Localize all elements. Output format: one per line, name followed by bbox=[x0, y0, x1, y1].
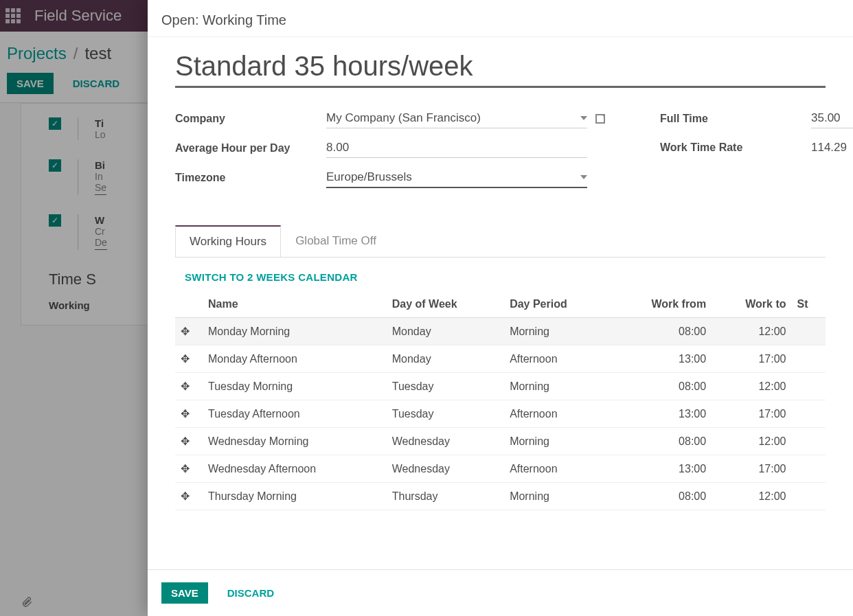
cell-st bbox=[792, 373, 826, 400]
cell-to: 12:00 bbox=[712, 373, 791, 400]
cell-day: Monday bbox=[387, 318, 504, 345]
timezone-select[interactable]: Europe/Brussels bbox=[326, 168, 587, 188]
table-row[interactable]: ✥Monday MorningMondayMorning08:0012:00 bbox=[175, 318, 826, 345]
cell-day: Tuesday bbox=[387, 373, 504, 400]
full-time-input[interactable]: 35.00 bbox=[811, 109, 853, 128]
cell-from: 08:00 bbox=[610, 318, 712, 345]
cell-day: Wednesday bbox=[387, 455, 504, 483]
cell-period: Afternoon bbox=[504, 345, 610, 373]
cell-day: Thursday bbox=[387, 483, 504, 510]
drag-handle-icon[interactable]: ✥ bbox=[175, 455, 203, 483]
cell-period: Morning bbox=[504, 483, 610, 510]
cell-from: 13:00 bbox=[610, 455, 712, 483]
modal-discard-button[interactable]: DISCARD bbox=[218, 582, 284, 604]
avg-hours-input[interactable]: 8.00 bbox=[326, 138, 587, 158]
cell-day: Wednesday bbox=[387, 428, 504, 455]
cell-period: Morning bbox=[504, 373, 610, 400]
cell-to: 12:00 bbox=[712, 318, 791, 345]
cell-day: Tuesday bbox=[387, 400, 504, 428]
table-row[interactable]: ✥Wednesday AfternoonWednesdayAfternoon13… bbox=[175, 455, 826, 483]
switch-calendar-link[interactable]: SWITCH TO 2 WEEKS CALENDAR bbox=[175, 271, 826, 283]
col-st[interactable]: St bbox=[792, 291, 826, 318]
cell-name: Monday Morning bbox=[203, 318, 387, 345]
tab-global-time-off[interactable]: Global Time Off bbox=[281, 225, 391, 257]
col-day[interactable]: Day of Week bbox=[387, 291, 504, 318]
cell-period: Morning bbox=[504, 428, 610, 455]
cell-day: Monday bbox=[387, 345, 504, 373]
cell-from: 08:00 bbox=[610, 373, 712, 400]
drag-handle-icon[interactable]: ✥ bbox=[175, 400, 203, 428]
label-work-rate: Work Time Rate bbox=[660, 141, 811, 154]
label-company: Company bbox=[175, 113, 326, 125]
col-from[interactable]: Work from bbox=[610, 291, 712, 318]
cell-name: Tuesday Morning bbox=[203, 373, 387, 400]
timezone-value: Europe/Brussels bbox=[326, 170, 412, 184]
avg-hours-value: 8.00 bbox=[326, 141, 349, 155]
table-row[interactable]: ✥Wednesday MorningWednesdayMorning08:001… bbox=[175, 428, 826, 455]
cell-period: Afternoon bbox=[504, 455, 610, 483]
table-row[interactable]: ✥Monday AfternoonMondayAfternoon13:0017:… bbox=[175, 345, 826, 373]
cell-st bbox=[792, 345, 826, 373]
cell-name: Monday Afternoon bbox=[203, 345, 387, 373]
modal-breadcrumb: Open: Working Time bbox=[148, 0, 853, 37]
tabs: Working Hours Global Time Off bbox=[175, 225, 826, 258]
full-time-value: 35.00 bbox=[811, 111, 841, 125]
company-select[interactable]: My Company (San Francisco) bbox=[326, 109, 587, 128]
cell-name: Tuesday Afternoon bbox=[203, 400, 387, 428]
cell-to: 17:00 bbox=[712, 400, 791, 428]
work-rate-value: 114.29 bbox=[811, 138, 852, 157]
label-full-time: Full Time bbox=[660, 113, 811, 125]
label-timezone: Timezone bbox=[175, 172, 326, 184]
cell-from: 08:00 bbox=[610, 428, 712, 455]
col-period[interactable]: Day Period bbox=[504, 291, 610, 318]
modal-body: Standard 35 hours/week Company My Compan… bbox=[148, 37, 853, 569]
cell-name: Wednesday Afternoon bbox=[203, 455, 387, 483]
cell-period: Afternoon bbox=[504, 400, 610, 428]
col-to[interactable]: Work to bbox=[712, 291, 791, 318]
chevron-down-icon bbox=[580, 175, 587, 179]
table-row[interactable]: ✥Tuesday AfternoonTuesdayAfternoon13:001… bbox=[175, 400, 826, 428]
cell-period: Morning bbox=[504, 318, 610, 345]
table-row[interactable]: ✥Tuesday MorningTuesdayMorning08:0012:00 bbox=[175, 373, 826, 400]
working-hours-table: Name Day of Week Day Period Work from Wo… bbox=[175, 291, 826, 510]
chevron-down-icon bbox=[580, 116, 587, 120]
drag-handle-icon[interactable]: ✥ bbox=[175, 345, 203, 373]
cell-st bbox=[792, 400, 826, 428]
cell-st bbox=[792, 318, 826, 345]
cell-from: 08:00 bbox=[610, 483, 712, 510]
drag-handle-icon[interactable]: ✥ bbox=[175, 483, 203, 510]
modal-working-time: Open: Working Time Standard 35 hours/wee… bbox=[148, 0, 853, 616]
external-link-icon[interactable] bbox=[595, 114, 605, 124]
form-grid: Company My Company (San Francisco) Avera… bbox=[175, 109, 826, 198]
modal-footer: SAVE DISCARD bbox=[148, 569, 853, 616]
drag-handle-icon[interactable]: ✥ bbox=[175, 373, 203, 400]
cell-from: 13:00 bbox=[610, 400, 712, 428]
cell-to: 17:00 bbox=[712, 455, 791, 483]
cell-name: Wednesday Morning bbox=[203, 428, 387, 455]
cell-from: 13:00 bbox=[610, 345, 712, 373]
company-value: My Company (San Francisco) bbox=[326, 111, 481, 125]
cell-st bbox=[792, 428, 826, 455]
modal-save-button[interactable]: SAVE bbox=[161, 582, 208, 604]
cell-st bbox=[792, 455, 826, 483]
tab-working-hours[interactable]: Working Hours bbox=[175, 225, 281, 257]
drag-handle-icon[interactable]: ✥ bbox=[175, 318, 203, 345]
label-avg-hours: Average Hour per Day bbox=[175, 142, 326, 155]
cell-to: 17:00 bbox=[712, 345, 791, 373]
cell-st bbox=[792, 483, 826, 510]
record-title[interactable]: Standard 35 hours/week bbox=[175, 51, 826, 88]
table-row[interactable]: ✥Thursday MorningThursdayMorning08:0012:… bbox=[175, 483, 826, 510]
drag-handle-icon[interactable]: ✥ bbox=[175, 428, 203, 455]
cell-name: Thursday Morning bbox=[203, 483, 387, 510]
col-name[interactable]: Name bbox=[203, 291, 387, 318]
cell-to: 12:00 bbox=[712, 428, 791, 455]
cell-to: 12:00 bbox=[712, 483, 791, 510]
